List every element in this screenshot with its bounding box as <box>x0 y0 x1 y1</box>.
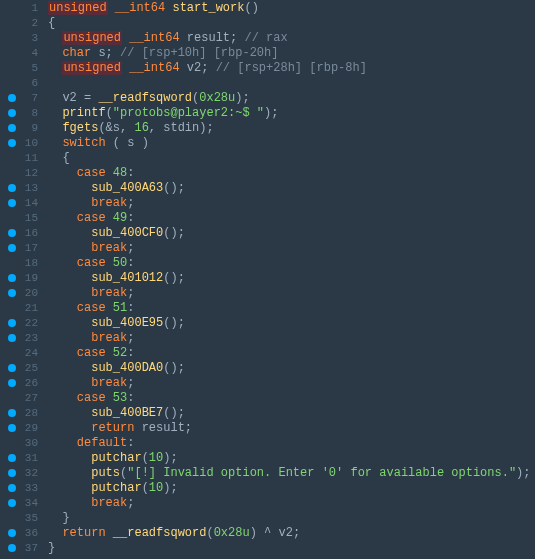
gutter[interactable]: 8 <box>0 105 42 121</box>
gutter[interactable]: 3 <box>0 30 42 46</box>
code-content[interactable]: break; <box>42 375 134 391</box>
gutter[interactable]: 20 <box>0 285 42 301</box>
gutter[interactable]: 9 <box>0 120 42 136</box>
code-content[interactable]: case 51: <box>42 300 134 316</box>
code-line[interactable]: 14 break; <box>0 195 535 210</box>
gutter[interactable]: 13 <box>0 180 42 196</box>
code-line[interactable]: 23 break; <box>0 330 535 345</box>
gutter[interactable]: 35 <box>0 510 42 526</box>
code-content[interactable]: putchar(10); <box>42 450 178 466</box>
code-line[interactable]: 17 break; <box>0 240 535 255</box>
code-line[interactable]: 12 case 48: <box>0 165 535 180</box>
code-content[interactable]: sub_400E95(); <box>42 315 185 331</box>
code-line[interactable]: 16 sub_400CF0(); <box>0 225 535 240</box>
code-line[interactable]: 13 sub_400A63(); <box>0 180 535 195</box>
gutter[interactable]: 28 <box>0 405 42 421</box>
code-line[interactable]: 4 char s; // [rsp+10h] [rbp-20h] <box>0 45 535 60</box>
gutter[interactable]: 6 <box>0 75 42 91</box>
breakpoint-icon[interactable] <box>8 139 16 147</box>
code-line[interactable]: 21 case 51: <box>0 300 535 315</box>
breakpoint-icon[interactable] <box>8 319 16 327</box>
gutter[interactable]: 5 <box>0 60 42 76</box>
code-content[interactable]: sub_400CF0(); <box>42 225 185 241</box>
breakpoint-icon[interactable] <box>8 499 16 507</box>
gutter[interactable]: 12 <box>0 165 42 181</box>
code-content[interactable]: putchar(10); <box>42 480 178 496</box>
code-line[interactable]: 1unsigned __int64 start_work() <box>0 0 535 15</box>
code-content[interactable]: break; <box>42 195 134 211</box>
code-line[interactable]: 20 break; <box>0 285 535 300</box>
code-line[interactable]: 5 unsigned __int64 v2; // [rsp+28h] [rbp… <box>0 60 535 75</box>
gutter[interactable]: 7 <box>0 90 42 106</box>
breakpoint-icon[interactable] <box>8 529 16 537</box>
breakpoint-icon[interactable] <box>8 124 16 132</box>
code-line[interactable]: 31 putchar(10); <box>0 450 535 465</box>
code-line[interactable]: 27 case 53: <box>0 390 535 405</box>
gutter[interactable]: 10 <box>0 135 42 151</box>
code-line[interactable]: 7 v2 = __readfsqword(0x28u); <box>0 90 535 105</box>
gutter[interactable]: 33 <box>0 480 42 496</box>
gutter[interactable]: 29 <box>0 420 42 436</box>
code-line[interactable]: 29 return result; <box>0 420 535 435</box>
gutter[interactable]: 26 <box>0 375 42 391</box>
code-line[interactable]: 9 fgets(&s, 16, stdin); <box>0 120 535 135</box>
gutter[interactable]: 19 <box>0 270 42 286</box>
code-content[interactable]: break; <box>42 495 134 511</box>
code-content[interactable]: { <box>42 15 55 31</box>
code-content[interactable]: unsigned __int64 start_work() <box>42 0 259 16</box>
code-content[interactable]: case 49: <box>42 210 134 226</box>
gutter[interactable]: 16 <box>0 225 42 241</box>
code-content[interactable]: unsigned __int64 result; // rax <box>42 30 288 46</box>
gutter[interactable]: 14 <box>0 195 42 211</box>
breakpoint-icon[interactable] <box>8 94 16 102</box>
gutter[interactable]: 2 <box>0 15 42 31</box>
code-line[interactable]: 35 } <box>0 510 535 525</box>
code-content[interactable]: default: <box>42 435 134 451</box>
breakpoint-icon[interactable] <box>8 544 16 552</box>
code-content[interactable]: puts("[!] Invalid option. Enter '0' for … <box>42 465 531 481</box>
code-line[interactable]: 28 sub_400BE7(); <box>0 405 535 420</box>
gutter[interactable]: 18 <box>0 255 42 271</box>
code-content[interactable]: unsigned __int64 v2; // [rsp+28h] [rbp-8… <box>42 60 367 76</box>
gutter[interactable]: 27 <box>0 390 42 406</box>
breakpoint-icon[interactable] <box>8 184 16 192</box>
code-content[interactable]: case 52: <box>42 345 134 361</box>
code-content[interactable]: } <box>42 540 55 556</box>
code-content[interactable]: case 53: <box>42 390 134 406</box>
code-line[interactable]: 32 puts("[!] Invalid option. Enter '0' f… <box>0 465 535 480</box>
code-content[interactable]: sub_400DA0(); <box>42 360 185 376</box>
code-content[interactable]: printf("protobs@player2:~$ "); <box>42 105 278 121</box>
gutter[interactable]: 21 <box>0 300 42 316</box>
code-editor[interactable]: 1unsigned __int64 start_work()2{3 unsign… <box>0 0 535 555</box>
gutter[interactable]: 34 <box>0 495 42 511</box>
gutter[interactable]: 36 <box>0 525 42 541</box>
gutter[interactable]: 17 <box>0 240 42 256</box>
code-content[interactable]: case 48: <box>42 165 134 181</box>
code-line[interactable]: 11 { <box>0 150 535 165</box>
code-content[interactable]: sub_400A63(); <box>42 180 185 196</box>
code-line[interactable]: 26 break; <box>0 375 535 390</box>
code-line[interactable]: 25 sub_400DA0(); <box>0 360 535 375</box>
code-content[interactable]: switch ( s ) <box>42 135 149 151</box>
code-content[interactable]: return result; <box>42 420 192 436</box>
breakpoint-icon[interactable] <box>8 109 16 117</box>
gutter[interactable]: 15 <box>0 210 42 226</box>
code-line[interactable]: 22 sub_400E95(); <box>0 315 535 330</box>
breakpoint-icon[interactable] <box>8 229 16 237</box>
breakpoint-icon[interactable] <box>8 484 16 492</box>
code-content[interactable]: char s; // [rsp+10h] [rbp-20h] <box>42 45 278 61</box>
breakpoint-icon[interactable] <box>8 199 16 207</box>
breakpoint-icon[interactable] <box>8 409 16 417</box>
gutter[interactable]: 31 <box>0 450 42 466</box>
gutter[interactable]: 32 <box>0 465 42 481</box>
code-content[interactable]: break; <box>42 330 134 346</box>
code-line[interactable]: 8 printf("protobs@player2:~$ "); <box>0 105 535 120</box>
code-line[interactable]: 19 sub_401012(); <box>0 270 535 285</box>
code-content[interactable]: break; <box>42 240 134 256</box>
code-line[interactable]: 15 case 49: <box>0 210 535 225</box>
code-content[interactable]: fgets(&s, 16, stdin); <box>42 120 214 136</box>
code-line[interactable]: 37} <box>0 540 535 555</box>
gutter[interactable]: 23 <box>0 330 42 346</box>
breakpoint-icon[interactable] <box>8 454 16 462</box>
code-content[interactable]: return __readfsqword(0x28u) ^ v2; <box>42 525 300 541</box>
